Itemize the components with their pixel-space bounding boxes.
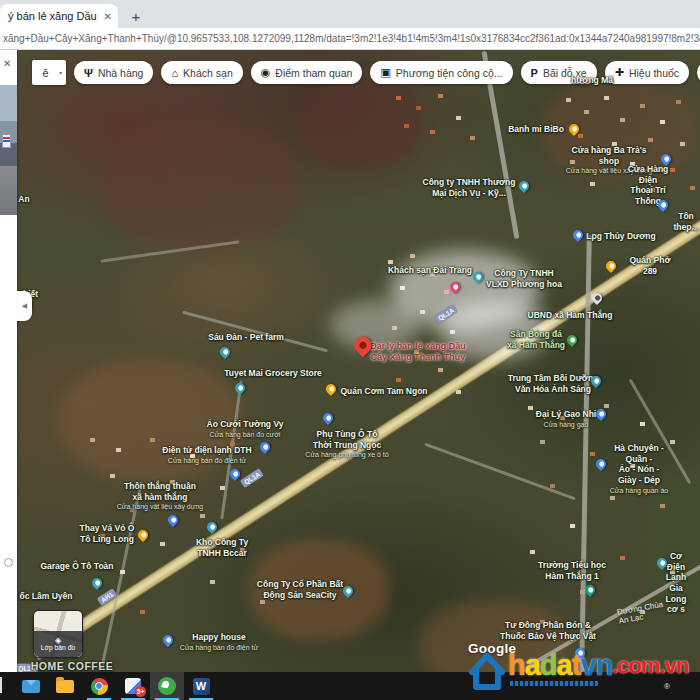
map-label[interactable]: An: [18, 194, 29, 205]
map-label[interactable]: Sân Bóng đá xã Hàm Thắng: [507, 329, 565, 350]
map-label[interactable]: Đại lý bán lẻ xăng Dầu Cây Xăng Thanh Th…: [370, 341, 466, 364]
poi-name: HOME COFFEE: [31, 660, 114, 672]
map-label[interactable]: hương Mã: [571, 75, 613, 86]
chip-attractions[interactable]: ◉Điểm tham quan: [251, 61, 363, 84]
terrain-patch: [100, 120, 300, 250]
map-label[interactable]: UBND xã Hàm Thắng: [527, 310, 612, 321]
poi-name: Công Ty TNHH VLXD Phương hoa: [486, 268, 562, 289]
shop-pin[interactable]: [321, 411, 335, 425]
brand-letter: d: [540, 650, 557, 680]
poi-name: UBND xã Hàm Thắng: [527, 310, 612, 321]
generic-pin[interactable]: [218, 345, 232, 359]
brand-letter: a: [557, 650, 572, 680]
generic-pin[interactable]: [233, 381, 247, 395]
map-layers-button[interactable]: ◈ Lớp bản đồ: [33, 610, 83, 658]
map-label[interactable]: Quán Phở 289: [625, 255, 675, 276]
poi-name: An: [18, 194, 29, 205]
generic-pin[interactable]: [90, 576, 104, 590]
map-label[interactable]: Điện tử điện lạnh DTHCửa hàng bán đồ điệ…: [162, 445, 251, 464]
shop-pin[interactable]: [594, 457, 608, 471]
chip-restaurants[interactable]: ΨNhà hàng: [74, 61, 153, 84]
map-label[interactable]: Banh mi BiBo: [508, 124, 564, 135]
coccoc-browser-icon[interactable]: [150, 672, 184, 700]
map-label[interactable]: Kho Công Ty TNHH Bccar: [196, 537, 248, 558]
shop-pin[interactable]: [258, 440, 272, 454]
camera-icon: ◉: [261, 66, 271, 79]
map-label[interactable]: Khách sạn Đài Trang: [388, 265, 472, 276]
chevron-down-icon[interactable]: ▾: [59, 69, 66, 76]
poi-subtitle: Cửa hàng quần áo: [609, 486, 670, 493]
mail-app-icon[interactable]: [14, 672, 48, 700]
poi-name: Sáu Đàn - Pet farm: [208, 332, 284, 343]
search-suggestion-box[interactable]: ê ▾: [32, 60, 66, 85]
terrain-patch: [300, 80, 420, 170]
search-text: ê: [32, 67, 59, 79]
close-icon[interactable]: ✕: [3, 58, 11, 69]
shop-pin[interactable]: [161, 633, 175, 647]
sport-pin[interactable]: [565, 333, 579, 347]
map-label[interactable]: Đại Lý Gạo NhiCửa hàng gạo: [536, 409, 596, 428]
map-label[interactable]: Tôn thep...: [673, 211, 698, 232]
news-app-icon[interactable]: 5+: [116, 672, 150, 700]
parking-icon: P: [531, 67, 538, 79]
map-label[interactable]: Trường Tiểu học Hàm Thắng 1: [538, 560, 606, 581]
poi-name: Quán Phở 289: [625, 255, 675, 276]
map-label[interactable]: Quán Cơm Tam Ngon: [340, 386, 427, 397]
map-label[interactable]: ốc Lâm Uyên: [20, 591, 73, 602]
map-label[interactable]: Công Ty TNHH VLXD Phương hoa: [486, 268, 562, 289]
restaurant-icon: Ψ: [84, 67, 93, 79]
map-label[interactable]: Thay Vá Vỏ Ô Tô Ling Long: [80, 523, 135, 544]
map-label[interactable]: Cửa Hàng Điện Thoại Trí Thông: [622, 164, 674, 207]
food-pin[interactable]: [324, 382, 338, 396]
gas-pin[interactable]: [571, 228, 585, 242]
road-badge: QL1A: [240, 468, 264, 488]
building-cluster: [380, 250, 385, 254]
satellite-map[interactable]: Banh mi BiBoCửa hàng Ba Trà's shopCửa hà…: [0, 50, 700, 672]
poi-name: Banh mi BiBo: [508, 124, 564, 135]
word-icon[interactable]: W: [184, 672, 218, 700]
map-label[interactable]: Công Ty Cổ Phần Bất Động Sản SeaCity: [257, 579, 343, 600]
tab-close-icon[interactable]: ✕: [104, 11, 112, 22]
map-label[interactable]: Tuyet Mai Grocery Store: [224, 368, 322, 379]
shop-pin[interactable]: [166, 513, 180, 527]
map-label[interactable]: Công ty TNHH Thương Mại Dịch Vụ - Kỹ...: [423, 177, 516, 198]
map-label[interactable]: Sáu Đàn - Pet farm: [208, 332, 284, 343]
place-panel-edge: ✕: [0, 50, 17, 672]
chip-hotels[interactable]: ⌂Khách sạn: [161, 61, 242, 84]
poi-name: Happy house: [180, 632, 258, 643]
file-explorer-icon[interactable]: [48, 672, 82, 700]
map-label[interactable]: Happy houseCửa hàng bán đồ điện tử: [180, 632, 258, 651]
map-label[interactable]: HOME COFFEE: [31, 660, 114, 672]
map-label[interactable]: Lpg Thủy Dương: [586, 231, 655, 242]
chip-transit[interactable]: ▣Phương tiện công cộ...: [370, 61, 512, 84]
poi-name: Áo Cưới Tường Vy: [207, 419, 284, 430]
new-tab-button[interactable]: +: [126, 6, 146, 26]
poi-subtitle: Cửa hàng bán đồ cưới: [207, 430, 284, 437]
browser-tab[interactable]: ý bán lẻ xăng Dầu Cây X ✕: [0, 4, 118, 28]
food-pin[interactable]: [604, 259, 618, 273]
poi-name: Kho Công Ty TNHH Bccar: [196, 537, 248, 558]
panel-collapse-button[interactable]: ◀: [17, 291, 32, 321]
address-bar[interactable]: xăng+Dầu+Cây+Xăng+Thanh+Thùy/@10.9657533…: [0, 28, 700, 50]
taskbar-icon-row: 5+ W: [14, 672, 218, 700]
map-label[interactable]: Áo Cưới Tường VyCửa hàng bán đồ cưới: [207, 419, 284, 438]
map-label[interactable]: Tư Đông Phân Bón & Thuốc Bảo Vệ Thực Vật: [500, 620, 596, 641]
building-cluster: [520, 400, 525, 404]
layers-icon: ◈: [55, 637, 61, 644]
map-label[interactable]: Garage Ô Tô Toàn: [40, 561, 113, 572]
map-label[interactable]: Hà Chuyên - Quần - Áo - Nón - Giày - Dép…: [609, 443, 670, 494]
generic-pin[interactable]: [517, 179, 531, 193]
chrome-icon[interactable]: [82, 672, 116, 700]
map-label[interactable]: Cơ Điện Lạnh Gia Long cơ s: [664, 551, 688, 615]
map-label[interactable]: Thôn thắng thuận xã hàm thắngCửa hàng vậ…: [117, 481, 203, 510]
poi-subtitle: Cửa hàng phụ tùng xe ô tô: [305, 452, 388, 459]
poi-name: Lpg Thủy Dương: [586, 231, 655, 242]
food-pin[interactable]: [136, 528, 150, 542]
poi-name: Cơ Điện Lạnh Gia Long cơ s: [664, 551, 688, 615]
map-label[interactable]: Phụ Tùng Ô Tô Thời Trung NgọcCửa hàng ph…: [305, 429, 388, 458]
place-photo[interactable]: [0, 85, 17, 215]
map-label[interactable]: Trung Tâm Bồi Dưỡng Văn Hóa Ánh Sáng: [508, 373, 599, 394]
poi-name: Khách sạn Đài Trang: [388, 265, 472, 276]
chip-pharmacies[interactable]: ✚Hiệu thuốc: [605, 61, 689, 84]
chip-label: Nhà hàng: [98, 67, 144, 79]
